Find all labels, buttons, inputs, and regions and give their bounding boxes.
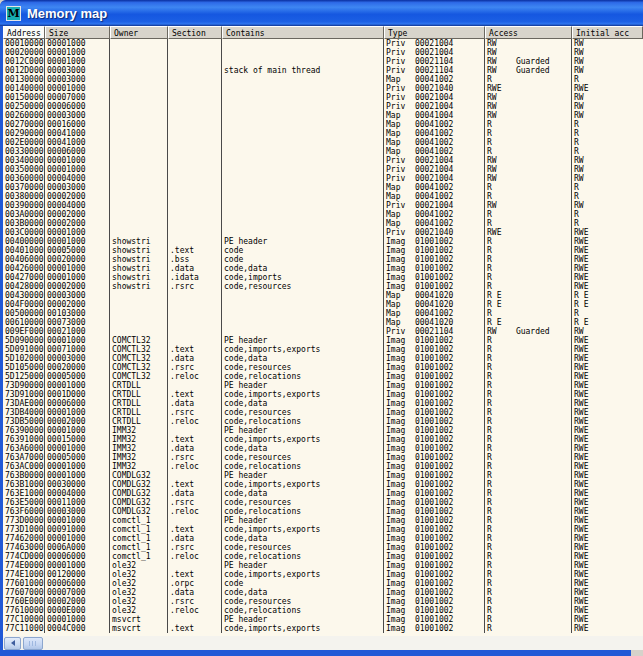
memory-row-73D91000[interactable]: 73D910000001D000CRTDLL.textcode,imports,… <box>3 390 643 399</box>
cell-initial-access: RWE <box>572 462 643 471</box>
memory-row-00270000[interactable]: 0027000000016000Map 00041002RR <box>3 120 643 129</box>
memory-row-5D105000[interactable]: 5D10500000020000COMCTL32.rsrccode,resour… <box>3 363 643 372</box>
memory-row-763E1000[interactable]: 763E100000004000COMDLG32.datacode,dataIm… <box>3 489 643 498</box>
memory-row-00380000[interactable]: 0038000000002000Map 00041002RR <box>3 192 643 201</box>
cell-contains: PE header <box>222 516 384 525</box>
memory-row-73DB5000[interactable]: 73DB500000002000CRTDLL.reloccode,relocat… <box>3 417 643 426</box>
memory-row-73DB4000[interactable]: 73DB400000001000CRTDLL.rsrccode,resource… <box>3 408 643 417</box>
memory-row-00250000[interactable]: 0025000000006000Priv 00021004RWRW <box>3 102 643 111</box>
memory-row-00140000[interactable]: 0014000000001000Priv 00021040RWERWE <box>3 84 643 93</box>
column-header-size[interactable]: Size <box>45 26 110 39</box>
memory-row-003B0000[interactable]: 003B000000002000Map 00041002RR <box>3 219 643 228</box>
memory-row-77601000[interactable]: 7760100000006000ole32.orpccodeImag 01001… <box>3 579 643 588</box>
memory-row-77462000[interactable]: 7746200000001000comctl_1.datacode,dataIm… <box>3 534 643 543</box>
memory-row-009EF000[interactable]: 009EF00000021000Priv 00021104RW GuardedR… <box>3 327 643 336</box>
column-header-address[interactable]: Address <box>3 26 45 39</box>
memory-row-773D0000[interactable]: 773D000000001000comctl_1PE headerImag 01… <box>3 516 643 525</box>
cell-size: 00004000 <box>45 201 110 210</box>
memory-row-00390000[interactable]: 0039000000004000Priv 00021004RWRW <box>3 201 643 210</box>
column-header-initial-access[interactable]: Initial acc <box>572 26 643 39</box>
memory-row-774E1000[interactable]: 774E100000120000ole32.textcode,imports,e… <box>3 570 643 579</box>
cell-address: 00370000 <box>3 183 45 192</box>
column-header-owner[interactable]: Owner <box>110 26 168 39</box>
cell-type: Map 00041004 <box>384 111 485 120</box>
memory-row-003A0000[interactable]: 003A000000002000Map 00041002RR <box>3 210 643 219</box>
scrollbar-thumb[interactable] <box>23 637 43 650</box>
memory-row-00427000[interactable]: 0042700000001000showstri.idatacode,impor… <box>3 273 643 282</box>
memory-row-00350000[interactable]: 0035000000001000Priv 00021004RWRW <box>3 165 643 174</box>
memory-row-00130000[interactable]: 0013000000003000Map 00041002RR <box>3 75 643 84</box>
cell-owner: COMCTL32 <box>110 354 168 363</box>
window-title: Memory map <box>27 6 107 21</box>
memory-row-00430000[interactable]: 0043000000003000Map 00041020R ER E <box>3 291 643 300</box>
memory-row-763AC000[interactable]: 763AC00000001000IMM32.reloccode,relocati… <box>3 462 643 471</box>
column-header-contains[interactable]: Contains <box>222 26 384 39</box>
memory-row-00610000[interactable]: 0061000000073000Map 00041020R ER E <box>3 318 643 327</box>
memory-row-003C0000[interactable]: 003C000000001000Priv 00021040RWERWE <box>3 228 643 237</box>
memory-row-00426000[interactable]: 0042600000001000showstri.datacode,dataIm… <box>3 264 643 273</box>
memory-row-773D1000[interactable]: 773D100000091000comctl_1.textcode,import… <box>3 525 643 534</box>
memory-row-77607000[interactable]: 7760700000007000ole32.datacode,dataImag … <box>3 588 643 597</box>
memory-row-00260000[interactable]: 0026000000003000Map 00041004RWRW <box>3 111 643 120</box>
memory-row-763B0000[interactable]: 763B000000001000COMDLG32PE headerImag 01… <box>3 471 643 480</box>
memory-row-763F6000[interactable]: 763F600000003000COMDLG32.reloccode,reloc… <box>3 507 643 516</box>
memory-row-00406000[interactable]: 0040600000020000showstri.bsscodeImag 010… <box>3 255 643 264</box>
memory-row-774CD000[interactable]: 774CD00000006000comctl_1.reloccode,reloc… <box>3 552 643 561</box>
memory-row-763E5000[interactable]: 763E500000011000COMDLG32.rsrccode,resour… <box>3 498 643 507</box>
memory-row-00330000[interactable]: 0033000000006000Map 00041002RR <box>3 147 643 156</box>
column-header-section[interactable]: Section <box>168 26 222 39</box>
cell-address: 00140000 <box>3 84 45 93</box>
memory-row-00290000[interactable]: 0029000000041000Map 00041002RR <box>3 129 643 138</box>
memory-row-5D090000[interactable]: 5D09000000001000COMCTL32PE headerImag 01… <box>3 336 643 345</box>
memory-row-00150000[interactable]: 0015000000007000Priv 00021004RWRW <box>3 93 643 102</box>
cell-size: 00015000 <box>45 435 110 444</box>
memory-row-763B1000[interactable]: 763B100000030000COMDLG32.textcode,import… <box>3 480 643 489</box>
memory-row-004F0000[interactable]: 004F000000002000Map 00041020R ER E <box>3 300 643 309</box>
column-header-type[interactable]: Type <box>384 26 485 39</box>
cell-contains: PE header <box>222 381 384 390</box>
memory-row-73D90000[interactable]: 73D9000000001000CRTDLLPE headerImag 0100… <box>3 381 643 390</box>
cell-address: 763A7000 <box>3 453 45 462</box>
memory-row-763A7000[interactable]: 763A700000005000IMM32.rsrccode,resources… <box>3 453 643 462</box>
cell-size: 00001000 <box>45 237 110 246</box>
cell-initial-access: R E <box>572 300 643 309</box>
column-header-access[interactable]: Access <box>485 26 572 39</box>
cell-section <box>168 84 222 93</box>
memory-row-77C11000[interactable]: 77C110000004C000msvcrt.textcode,imports,… <box>3 624 643 633</box>
memory-row-0012C000[interactable]: 0012C00000001000Priv 00021104RW GuardedR… <box>3 57 643 66</box>
memory-row-00401000[interactable]: 0040100000005000showstri.textcodeImag 01… <box>3 246 643 255</box>
scroll-left-button[interactable] <box>4 637 21 650</box>
memory-row-0012D000[interactable]: 0012D00000003000stack of main threadPriv… <box>3 66 643 75</box>
cell-type: Imag 01001002 <box>384 408 485 417</box>
memory-row-00340000[interactable]: 0034000000001000Priv 00021004RWRW <box>3 156 643 165</box>
memory-row-5D125000[interactable]: 5D12500000005000COMCTL32.reloccode,reloc… <box>3 372 643 381</box>
cell-access: R <box>485 381 572 390</box>
cell-address: 77610000 <box>3 606 45 615</box>
memory-row-00500000[interactable]: 0050000000103000Map 00041002RR <box>3 309 643 318</box>
memory-row-73DAE000[interactable]: 73DAE00000006000CRTDLL.datacode,dataImag… <box>3 399 643 408</box>
memory-row-76390000[interactable]: 7639000000001000IMM32PE headerImag 01001… <box>3 426 643 435</box>
cell-owner <box>110 48 168 57</box>
memory-row-76391000[interactable]: 7639100000015000IMM32.textcode,imports,e… <box>3 435 643 444</box>
memory-row-763A6000[interactable]: 763A600000001000IMM32.datacode,dataImag … <box>3 444 643 453</box>
memory-row-00428000[interactable]: 0042800000002000showstri.rsrccode,resour… <box>3 282 643 291</box>
cell-initial-access: RWE <box>572 471 643 480</box>
memory-row-77C10000[interactable]: 77C1000000001000msvcrtPE headerImag 0100… <box>3 615 643 624</box>
memory-row-00360000[interactable]: 0036000000004000Priv 00021004RWRW <box>3 174 643 183</box>
memory-row-00010000[interactable]: 0001000000001000Priv 00021004RWRW <box>3 39 643 48</box>
scrollbar-track[interactable] <box>43 636 643 650</box>
memory-row-00370000[interactable]: 0037000000003000Map 00041002RR <box>3 183 643 192</box>
memory-row-774E0000[interactable]: 774E000000001000ole32PE headerImag 01001… <box>3 561 643 570</box>
memory-row-002E0000[interactable]: 002E000000041000Map 00041002RR <box>3 138 643 147</box>
cell-address: 5D125000 <box>3 372 45 381</box>
memory-row-77463000[interactable]: 774630000006A000comctl_1.rsrccode,resour… <box>3 543 643 552</box>
cell-access: R <box>485 498 572 507</box>
memory-row-5D091000[interactable]: 5D09100000071000COMCTL32.textcode,import… <box>3 345 643 354</box>
memory-row-00020000[interactable]: 0002000000001000Priv 00021004RWRW <box>3 48 643 57</box>
memory-row-00400000[interactable]: 0040000000001000showstriPE headerImag 01… <box>3 237 643 246</box>
memory-row-5D102000[interactable]: 5D10200000003000COMCTL32.datacode,dataIm… <box>3 354 643 363</box>
memory-row-77610000[interactable]: 776100000000E000ole32.reloccode,relocati… <box>3 606 643 615</box>
cell-type: Imag 01001002 <box>384 543 485 552</box>
titlebar[interactable]: M Memory map <box>0 0 643 26</box>
memory-row-7760E000[interactable]: 7760E00000002000ole32.rsrccode,resources… <box>3 597 643 606</box>
